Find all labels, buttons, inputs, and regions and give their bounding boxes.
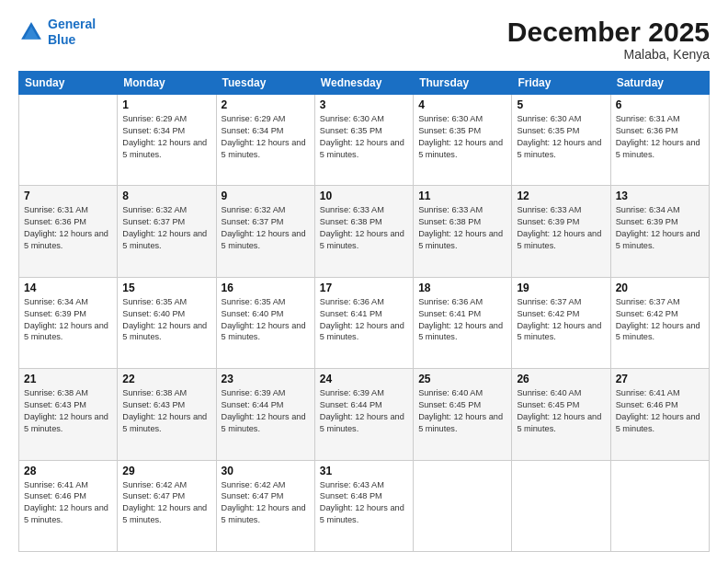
table-row: 31Sunrise: 6:43 AM Sunset: 6:48 PM Dayli… — [314, 460, 413, 551]
day-number: 23 — [222, 373, 310, 385]
cell-info: Sunrise: 6:33 AM Sunset: 6:38 PM Dayligh… — [320, 204, 408, 252]
table-row: 21Sunrise: 6:38 AM Sunset: 6:43 PM Dayli… — [19, 369, 118, 460]
cell-info: Sunrise: 6:31 AM Sunset: 6:36 PM Dayligh… — [24, 204, 112, 252]
cell-info: Sunrise: 6:33 AM Sunset: 6:39 PM Dayligh… — [517, 204, 605, 252]
day-number: 10 — [320, 190, 408, 202]
table-row: 5Sunrise: 6:30 AM Sunset: 6:35 PM Daylig… — [512, 95, 610, 186]
cell-info: Sunrise: 6:38 AM Sunset: 6:43 PM Dayligh… — [122, 387, 210, 435]
cell-info: Sunrise: 6:32 AM Sunset: 6:37 PM Dayligh… — [122, 204, 210, 252]
day-number: 12 — [517, 190, 605, 202]
month-title: December 2025 — [507, 17, 710, 47]
cell-info: Sunrise: 6:30 AM Sunset: 6:35 PM Dayligh… — [517, 113, 605, 161]
calendar-header-row: Sunday Monday Tuesday Wednesday Thursday… — [19, 72, 710, 95]
day-number: 16 — [222, 282, 310, 294]
cell-info: Sunrise: 6:42 AM Sunset: 6:47 PM Dayligh… — [222, 479, 310, 527]
col-sunday: Sunday — [19, 72, 118, 95]
table-row: 4Sunrise: 6:30 AM Sunset: 6:35 PM Daylig… — [414, 95, 512, 186]
cell-info: Sunrise: 6:40 AM Sunset: 6:45 PM Dayligh… — [517, 387, 605, 435]
logo-text: General Blue — [48, 17, 96, 48]
day-number: 11 — [418, 190, 506, 202]
table-row: 1Sunrise: 6:29 AM Sunset: 6:34 PM Daylig… — [118, 95, 216, 186]
col-thursday: Thursday — [414, 72, 512, 95]
cell-info: Sunrise: 6:31 AM Sunset: 6:36 PM Dayligh… — [616, 113, 704, 161]
cell-info: Sunrise: 6:40 AM Sunset: 6:45 PM Dayligh… — [418, 387, 506, 435]
day-number: 24 — [320, 373, 408, 385]
table-row: 17Sunrise: 6:36 AM Sunset: 6:41 PM Dayli… — [314, 277, 413, 368]
table-row — [414, 460, 512, 551]
cell-info: Sunrise: 6:41 AM Sunset: 6:46 PM Dayligh… — [24, 479, 112, 527]
col-saturday: Saturday — [610, 72, 709, 95]
table-row: 19Sunrise: 6:37 AM Sunset: 6:42 PM Dayli… — [512, 277, 610, 368]
day-number: 31 — [320, 465, 408, 477]
table-row: 29Sunrise: 6:42 AM Sunset: 6:47 PM Dayli… — [118, 460, 216, 551]
cell-info: Sunrise: 6:39 AM Sunset: 6:44 PM Dayligh… — [222, 387, 310, 435]
table-row: 30Sunrise: 6:42 AM Sunset: 6:47 PM Dayli… — [216, 460, 314, 551]
day-number: 27 — [616, 373, 704, 385]
day-number: 14 — [24, 282, 112, 294]
table-row: 24Sunrise: 6:39 AM Sunset: 6:44 PM Dayli… — [314, 369, 413, 460]
cell-info: Sunrise: 6:42 AM Sunset: 6:47 PM Dayligh… — [122, 479, 210, 527]
table-row: 27Sunrise: 6:41 AM Sunset: 6:46 PM Dayli… — [610, 369, 709, 460]
title-block: December 2025 Malaba, Kenya — [507, 17, 710, 62]
table-row: 13Sunrise: 6:34 AM Sunset: 6:39 PM Dayli… — [610, 186, 709, 277]
table-row: 9Sunrise: 6:32 AM Sunset: 6:37 PM Daylig… — [216, 186, 314, 277]
day-number: 25 — [418, 373, 506, 385]
logo-line1: General — [48, 17, 96, 31]
table-row: 16Sunrise: 6:35 AM Sunset: 6:40 PM Dayli… — [216, 277, 314, 368]
table-row — [610, 460, 709, 551]
day-number: 6 — [616, 98, 704, 111]
table-row: 23Sunrise: 6:39 AM Sunset: 6:44 PM Dayli… — [216, 369, 314, 460]
day-number: 2 — [222, 98, 310, 111]
day-number: 17 — [320, 282, 408, 294]
cell-info: Sunrise: 6:34 AM Sunset: 6:39 PM Dayligh… — [24, 296, 112, 344]
col-tuesday: Tuesday — [216, 72, 314, 95]
table-row: 20Sunrise: 6:37 AM Sunset: 6:42 PM Dayli… — [610, 277, 709, 368]
table-row: 12Sunrise: 6:33 AM Sunset: 6:39 PM Dayli… — [512, 186, 610, 277]
day-number: 22 — [122, 373, 210, 385]
cell-info: Sunrise: 6:32 AM Sunset: 6:37 PM Dayligh… — [222, 204, 310, 252]
cell-info: Sunrise: 6:35 AM Sunset: 6:40 PM Dayligh… — [122, 296, 210, 344]
cell-info: Sunrise: 6:36 AM Sunset: 6:41 PM Dayligh… — [418, 296, 506, 344]
col-monday: Monday — [118, 72, 216, 95]
table-row: 8Sunrise: 6:32 AM Sunset: 6:37 PM Daylig… — [118, 186, 216, 277]
day-number: 20 — [616, 282, 704, 294]
cell-info: Sunrise: 6:38 AM Sunset: 6:43 PM Dayligh… — [24, 387, 112, 435]
cell-info: Sunrise: 6:34 AM Sunset: 6:39 PM Dayligh… — [616, 204, 704, 252]
table-row: 15Sunrise: 6:35 AM Sunset: 6:40 PM Dayli… — [118, 277, 216, 368]
day-number: 19 — [517, 282, 605, 294]
table-row: 2Sunrise: 6:29 AM Sunset: 6:34 PM Daylig… — [216, 95, 314, 186]
col-friday: Friday — [512, 72, 610, 95]
table-row: 25Sunrise: 6:40 AM Sunset: 6:45 PM Dayli… — [414, 369, 512, 460]
cell-info: Sunrise: 6:39 AM Sunset: 6:44 PM Dayligh… — [320, 387, 408, 435]
table-row: 18Sunrise: 6:36 AM Sunset: 6:41 PM Dayli… — [414, 277, 512, 368]
cell-info: Sunrise: 6:33 AM Sunset: 6:38 PM Dayligh… — [418, 204, 506, 252]
logo: General Blue — [18, 17, 96, 48]
cell-info: Sunrise: 6:30 AM Sunset: 6:35 PM Dayligh… — [320, 113, 408, 161]
table-row: 26Sunrise: 6:40 AM Sunset: 6:45 PM Dayli… — [512, 369, 610, 460]
day-number: 8 — [122, 190, 210, 202]
table-row — [19, 95, 118, 186]
logo-line2: Blue — [48, 32, 75, 47]
table-row: 3Sunrise: 6:30 AM Sunset: 6:35 PM Daylig… — [314, 95, 413, 186]
day-number: 1 — [122, 98, 210, 111]
day-number: 7 — [24, 190, 112, 202]
day-number: 4 — [418, 98, 506, 111]
table-row — [512, 460, 610, 551]
location: Malaba, Kenya — [507, 47, 710, 62]
day-number: 21 — [24, 373, 112, 385]
page: General Blue December 2025 Malaba, Kenya… — [0, 0, 728, 563]
cell-info: Sunrise: 6:29 AM Sunset: 6:34 PM Dayligh… — [222, 113, 310, 161]
header: General Blue December 2025 Malaba, Kenya — [18, 17, 710, 62]
logo-icon — [18, 19, 44, 45]
cell-info: Sunrise: 6:36 AM Sunset: 6:41 PM Dayligh… — [320, 296, 408, 344]
cell-info: Sunrise: 6:29 AM Sunset: 6:34 PM Dayligh… — [122, 113, 210, 161]
day-number: 26 — [517, 373, 605, 385]
day-number: 3 — [320, 98, 408, 111]
table-row: 7Sunrise: 6:31 AM Sunset: 6:36 PM Daylig… — [19, 186, 118, 277]
table-row: 10Sunrise: 6:33 AM Sunset: 6:38 PM Dayli… — [314, 186, 413, 277]
table-row: 6Sunrise: 6:31 AM Sunset: 6:36 PM Daylig… — [610, 95, 709, 186]
day-number: 15 — [122, 282, 210, 294]
cell-info: Sunrise: 6:37 AM Sunset: 6:42 PM Dayligh… — [517, 296, 605, 344]
table-row: 22Sunrise: 6:38 AM Sunset: 6:43 PM Dayli… — [118, 369, 216, 460]
cell-info: Sunrise: 6:41 AM Sunset: 6:46 PM Dayligh… — [616, 387, 704, 435]
